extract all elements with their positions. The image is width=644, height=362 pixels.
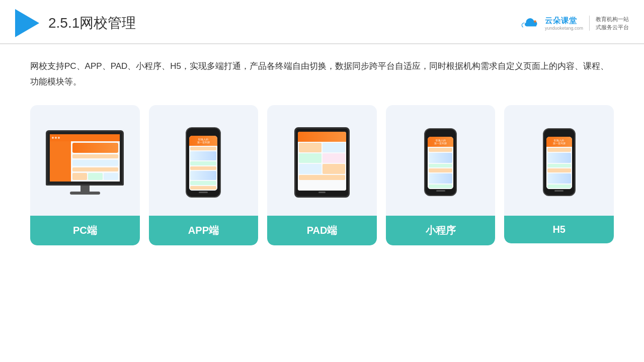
cloud-icon — [517, 14, 542, 32]
pad-card-label: PAD端 — [267, 216, 377, 245]
pc-image-area — [30, 105, 140, 216]
brand-text: 云朵课堂 yunduoketang.com — [545, 16, 583, 31]
h5-card-label: H5 — [504, 216, 614, 243]
brand-url: yunduoketang.com — [545, 26, 583, 31]
app-image-area: 职逸人的第一堂判课 — [149, 105, 259, 216]
page-header: 2.5.1网校管理 云朵课堂 yunduoketang.com 教育机构一站 式… — [0, 0, 644, 44]
description-text: 网校支持PC、APP、PAD、小程序、H5，实现多端打通，产品各终端自由切换，数… — [30, 58, 614, 90]
miniprogram-card-label: 小程序 — [386, 216, 496, 245]
brand-name: 云朵课堂 — [545, 16, 577, 26]
h5-card: 职逸人的第一堂判课 H5 — [504, 105, 614, 243]
title-main: 网校管理 — [79, 15, 136, 31]
pc-card-label: PC端 — [30, 216, 140, 245]
svg-point-0 — [534, 20, 536, 23]
pc-card: PC端 — [30, 105, 140, 245]
miniprogram-phone-mockup: 职逸人的第一堂判课 — [424, 128, 457, 196]
pad-card: PAD端 — [267, 105, 377, 245]
brand-slogan: 教育机构一站 式服务云平台 — [596, 15, 629, 32]
pc-mockup — [46, 130, 124, 195]
pad-tablet-mockup — [294, 127, 350, 198]
title-prefix: 2.5.1 — [48, 15, 79, 31]
brand-divider — [589, 16, 590, 31]
logo-triangle-icon — [15, 9, 39, 37]
cards-row: PC端 职逸人的第一堂判课 — [30, 105, 614, 245]
header-left: 2.5.1网校管理 — [15, 9, 136, 37]
pad-image-area — [267, 105, 377, 216]
h5-image-area: 职逸人的第一堂判课 — [504, 105, 614, 216]
h5-phone-mockup: 职逸人的第一堂判课 — [543, 128, 576, 196]
app-card-label: APP端 — [149, 216, 259, 245]
app-phone-mockup: 职逸人的第一堂判课 — [186, 127, 221, 198]
main-content: 网校支持PC、APP、PAD、小程序、H5，实现多端打通，产品各终端自由切换，数… — [0, 44, 644, 255]
pc-screen — [46, 130, 124, 186]
brand-logo: 云朵课堂 yunduoketang.com 教育机构一站 式服务云平台 — [517, 14, 629, 32]
app-card: 职逸人的第一堂判课 AP — [149, 105, 259, 245]
miniprogram-card: 职逸人的第一堂判课 小程序 — [386, 105, 496, 245]
page-title: 2.5.1网校管理 — [48, 14, 136, 33]
miniprogram-image-area: 职逸人的第一堂判课 — [386, 105, 496, 216]
